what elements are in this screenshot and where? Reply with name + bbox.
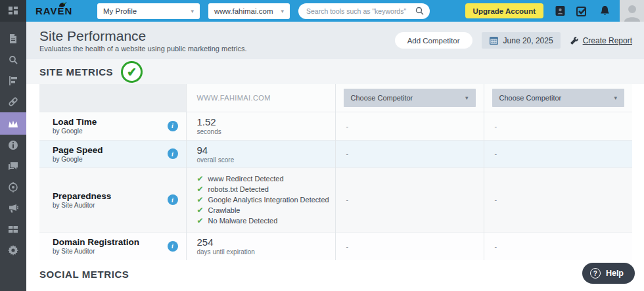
sidebar-item-site-performance[interactable]	[0, 112, 26, 135]
sidebar-item-chat[interactable]	[0, 156, 26, 177]
notifications-bell-icon[interactable]	[593, 5, 616, 16]
choose-competitor-dropdown-2[interactable]: Choose Competitor ▾	[492, 89, 625, 107]
tasks-check-icon[interactable]	[571, 6, 593, 16]
info-icon[interactable]: i	[168, 148, 178, 159]
metric-label-header	[39, 84, 186, 112]
main-content: SITE METRICS ✔ WWW.FAHIMAI.COM Choose Co…	[26, 59, 644, 291]
create-report-link[interactable]: Create Report	[570, 36, 632, 45]
metric-value-cell: ✔www Redirect Detected ✔robots.txt Detec…	[186, 168, 335, 232]
sidebar-item-megaphone[interactable]	[0, 198, 26, 219]
sidebar-nav	[0, 22, 26, 261]
chevron-down-icon: ▾	[614, 95, 617, 101]
upgrade-account-button[interactable]: Upgrade Account	[465, 3, 543, 18]
page-header: Site Performance Evaluates the health of…	[26, 22, 644, 59]
address-book-icon[interactable]	[549, 5, 571, 16]
sidebar-item-settings[interactable]	[0, 240, 26, 261]
metric-source: by Site Auditor	[53, 202, 162, 209]
search-icon[interactable]	[415, 7, 424, 15]
domain-dropdown-value: www.fahimai.com	[214, 7, 273, 15]
competitor-value: -	[484, 122, 633, 130]
check-item: ✔Crawlable	[197, 205, 335, 215]
competitor-value: -	[336, 122, 484, 130]
add-competitor-button[interactable]: Add Competitor	[395, 32, 472, 49]
check-item: ✔Google Analytics Integration Detected	[197, 194, 335, 205]
check-item: ✔robots.txt Detected	[197, 184, 335, 194]
metric-label-cell: Load Time by Google i	[39, 112, 186, 140]
site-metrics-header: SITE METRICS ✔	[26, 59, 644, 84]
competitor-value: -	[336, 196, 484, 204]
metric-title: Page Speed	[53, 145, 162, 155]
site-performance-app: RAVEN My Profile ▾ www.fahimai.com ▾ Upg…	[0, 0, 644, 291]
sidebar-item-target[interactable]	[0, 177, 26, 198]
metric-label-cell: Preparedness by Site Auditor i	[39, 168, 186, 232]
metric-unit: days until expiration	[197, 248, 335, 256]
competitor-value: -	[336, 242, 484, 250]
sidebar-item-document-report[interactable]	[0, 28, 26, 49]
choose-competitor-dropdown-1[interactable]: Choose Competitor ▾	[344, 89, 476, 107]
primary-domain-header: WWW.FAHIMAI.COM	[187, 94, 335, 102]
check-icon: ✔	[197, 194, 204, 205]
check-icon: ✔	[197, 184, 204, 194]
site-metrics-table: WWW.FAHIMAI.COM Choose Competitor ▾ Choo…	[39, 84, 632, 260]
metric-source: by Google	[53, 127, 162, 135]
chevron-down-icon: ▾	[281, 8, 284, 14]
sidebar-item-search[interactable]	[0, 49, 26, 70]
competitor-value: -	[484, 242, 633, 250]
profile-dropdown[interactable]: My Profile ▾	[97, 3, 200, 19]
metric-value: 1.52	[197, 116, 335, 127]
table-row-domain-registration: Domain Registration by Site Auditor i 25…	[39, 232, 632, 260]
create-report-label: Create Report	[583, 36, 632, 45]
raven-bird-icon	[58, 1, 68, 8]
sidebar-item-info[interactable]	[0, 135, 26, 156]
metric-label-cell: Page Speed by Google i	[39, 140, 186, 168]
tool-search	[298, 3, 430, 19]
metric-value: 94	[197, 145, 335, 156]
user-avatar[interactable]	[620, 0, 644, 22]
metric-value-cell: 1.52 seconds	[186, 112, 335, 140]
page-header-titles: Site Performance Evaluates the health of…	[39, 28, 395, 53]
page-header-controls: Add Competitor June 20, 2025 Create Repo…	[395, 32, 632, 49]
help-button[interactable]: ? Help	[582, 263, 635, 284]
social-metrics-header: SOCIAL METRICS	[26, 269, 644, 280]
check-icon: ✔	[197, 215, 204, 226]
raven-logo[interactable]: RAVEN	[35, 5, 83, 16]
info-icon[interactable]: i	[168, 241, 178, 252]
check-item: ✔No Malware Detected	[197, 215, 335, 226]
check-icon: ✔	[197, 173, 204, 184]
page-subtitle: Evaluates the health of a website using …	[39, 45, 395, 53]
info-icon[interactable]: i	[168, 121, 178, 131]
help-label: Help	[606, 269, 624, 278]
date-picker[interactable]: June 20, 2025	[482, 32, 561, 49]
wrench-icon	[570, 36, 579, 45]
site-metrics-heading: SITE METRICS	[39, 66, 113, 78]
tool-search-input[interactable]	[306, 7, 415, 15]
domain-dropdown[interactable]: www.fahimai.com ▾	[208, 3, 290, 19]
sidebar-item-table-list[interactable]	[0, 219, 26, 240]
metric-title: Load Time	[53, 117, 162, 127]
table-row-page-speed: Page Speed by Google i 94 overall score …	[39, 140, 632, 168]
metric-unit: seconds	[197, 128, 335, 135]
metric-value: 254	[197, 236, 335, 248]
choose-competitor-label: Choose Competitor	[499, 94, 562, 102]
info-icon[interactable]: i	[168, 194, 178, 205]
calendar-icon	[489, 35, 499, 45]
metric-title: Preparedness	[53, 191, 162, 201]
metric-value-cell: 94 overall score	[186, 140, 335, 168]
competitor-value: -	[484, 150, 633, 158]
metric-label-cell: Domain Registration by Site Auditor i	[39, 232, 186, 260]
competitor-value: -	[484, 196, 633, 204]
social-metrics-heading: SOCIAL METRICS	[39, 269, 129, 280]
metric-unit: overall score	[197, 156, 335, 164]
date-value: June 20, 2025	[503, 36, 553, 45]
sidebar-item-link[interactable]	[0, 91, 26, 112]
chevron-down-icon: ▾	[465, 95, 469, 101]
sidebar-item-flag-rankings[interactable]	[0, 70, 26, 91]
table-header-row: WWW.FAHIMAI.COM Choose Competitor ▾ Choo…	[39, 84, 632, 112]
table-row-load-time: Load Time by Google i 1.52 seconds - -	[39, 112, 632, 140]
apps-grid-icon[interactable]	[0, 0, 26, 22]
page-title: Site Performance	[39, 28, 395, 44]
metric-source: by Site Auditor	[53, 248, 162, 255]
question-mark-icon: ?	[590, 268, 601, 279]
sidebar	[0, 0, 26, 291]
competitor-value: -	[336, 150, 484, 158]
